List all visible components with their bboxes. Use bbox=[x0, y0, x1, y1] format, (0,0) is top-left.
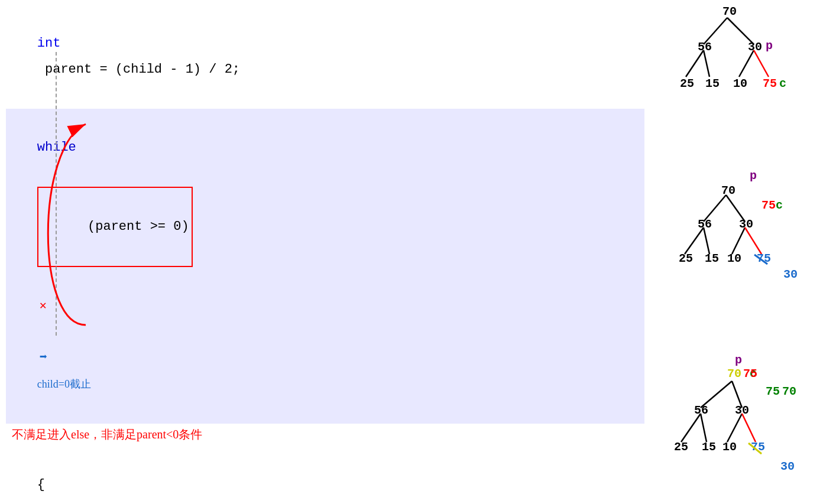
tree3-node-15: 15 bbox=[702, 440, 716, 454]
annot-line-notsat: 不满足进入else，非满足parent<0条件 bbox=[6, 424, 644, 446]
tree1-node-15: 15 bbox=[705, 77, 720, 90]
tree1-node-75: 75 bbox=[763, 77, 777, 90]
arrow-right-icon: ➡ bbox=[40, 350, 47, 365]
tree1-label-c: c bbox=[779, 77, 786, 90]
tree3-node-70-top: 70 bbox=[727, 367, 741, 381]
tree2-edge-3 bbox=[685, 227, 704, 254]
tree1-edge-3 bbox=[686, 50, 704, 77]
tree2-edge-5 bbox=[732, 227, 745, 254]
tree2-node-25: 25 bbox=[679, 252, 693, 265]
tree3-edge-3 bbox=[681, 414, 701, 442]
tree3-edge-5 bbox=[727, 414, 742, 442]
tree2-node-15: 15 bbox=[705, 252, 719, 265]
code-line-2: while (parent >= 0) ✕ ➡ child=0截止 bbox=[6, 109, 644, 424]
code-area: int parent = (child - 1) / 2; while (par… bbox=[0, 0, 650, 504]
tree1-node-25: 25 bbox=[680, 77, 694, 90]
tree1-edge-4 bbox=[704, 50, 709, 77]
tree1-node-10: 10 bbox=[733, 77, 747, 90]
tree2-node-75-top: 75 bbox=[762, 199, 776, 212]
tree3-label-p: p bbox=[735, 353, 742, 367]
code-line-3: { bbox=[6, 446, 644, 504]
tree-area: 70 56 30 p 25 15 10 75 c p 75 c 70 56 30… bbox=[650, 0, 823, 504]
tree1-edge-6 bbox=[754, 50, 769, 77]
open-brace-1: { bbox=[37, 477, 45, 492]
while-condition-box: (parent >= 0) bbox=[37, 187, 193, 267]
dashed-vertical-line bbox=[56, 52, 57, 336]
tree2-svg: p 75 c 70 56 30 25 15 10 75 30 bbox=[674, 168, 804, 287]
tree1-node-56: 56 bbox=[698, 40, 712, 54]
child0-annotation: child=0截止 bbox=[37, 378, 91, 390]
tree2-label-30: 30 bbox=[783, 268, 798, 281]
tree3-node-75-top: 75 bbox=[743, 367, 757, 381]
while-cond-text: (parent >= 0) bbox=[88, 219, 189, 234]
tree1-node-30: 30 bbox=[748, 40, 762, 54]
tree3-node-30: 30 bbox=[735, 404, 749, 417]
while-space bbox=[37, 166, 45, 181]
tree1-svg: 70 56 30 p 25 15 10 75 c bbox=[674, 3, 804, 100]
tree3-svg: p c 70 75 75 70 56 30 25 15 10 75 30 bbox=[668, 355, 804, 490]
tree3-edge-4 bbox=[701, 414, 707, 442]
tree2-edge-6 bbox=[745, 227, 762, 254]
line1-int: int bbox=[37, 36, 61, 51]
tree2-label-c: c bbox=[776, 199, 783, 212]
tree3-edge-6 bbox=[742, 414, 756, 442]
tree2-node-30: 30 bbox=[739, 217, 753, 231]
tree1-edge-5 bbox=[739, 50, 754, 77]
tree2-node-56: 56 bbox=[698, 217, 712, 231]
tree2-node-10: 10 bbox=[727, 252, 741, 265]
tree3-node-75-green: 75 bbox=[766, 385, 780, 398]
tree3-label-30-bot: 30 bbox=[780, 460, 795, 473]
tree2-edge-4 bbox=[704, 227, 709, 254]
not-satisfy-annotation: 不满足进入else，非满足parent<0条件 bbox=[12, 428, 202, 441]
tree2-label-p: p bbox=[750, 169, 757, 183]
x-mark: ✕ bbox=[40, 299, 47, 313]
tree1-label-p: p bbox=[766, 39, 773, 53]
tree1-node-70: 70 bbox=[722, 5, 737, 18]
tree2-node-70: 70 bbox=[721, 184, 735, 197]
tree3-node-10: 10 bbox=[722, 440, 737, 454]
tree3-node-70-green: 70 bbox=[782, 385, 796, 398]
code-line-1: int parent = (child - 1) / 2; bbox=[6, 5, 644, 109]
tree3-node-25: 25 bbox=[674, 440, 688, 454]
line1-rest: parent = (child - 1) / 2; bbox=[37, 62, 240, 77]
tree3-node-56: 56 bbox=[694, 404, 708, 417]
